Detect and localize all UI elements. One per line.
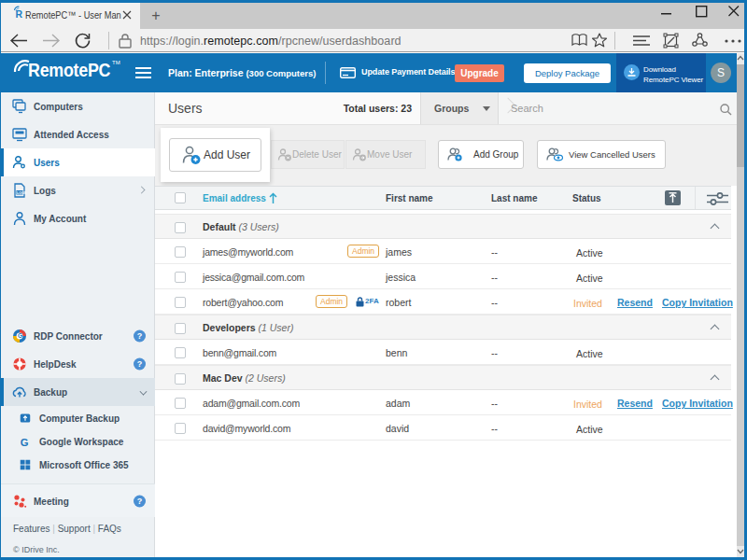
svg-text:LOGS: LOGS (17, 191, 27, 195)
svg-text:G: G (21, 436, 29, 447)
svg-text:G: G (18, 332, 22, 339)
svg-text:R: R (16, 8, 23, 20)
